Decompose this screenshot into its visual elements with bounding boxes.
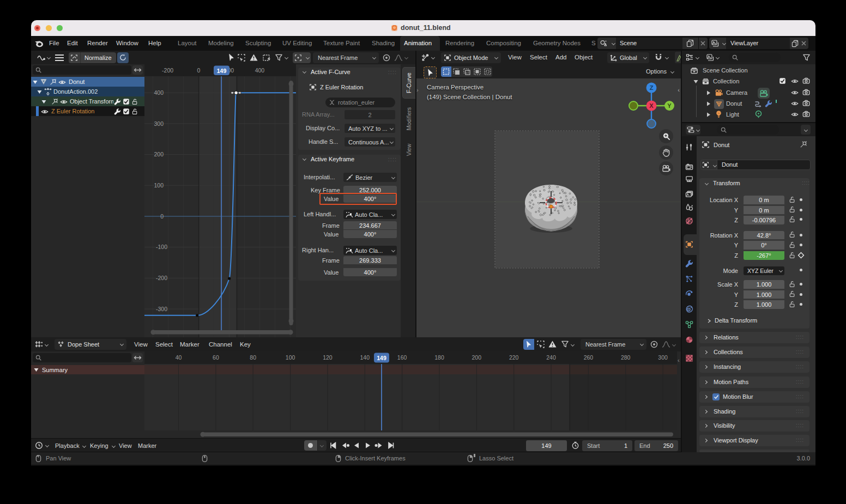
svg-text:120: 120 (323, 354, 333, 361)
svg-text:400: 400 (255, 67, 265, 74)
svg-text:-200: -200 (162, 67, 173, 74)
svg-text:400: 400 (154, 89, 164, 96)
svg-text:Z: Z (650, 84, 654, 91)
svg-text:200: 200 (154, 151, 164, 157)
svg-text:-300: -300 (156, 306, 167, 312)
svg-text:180: 180 (434, 354, 444, 361)
svg-text:280: 280 (621, 354, 631, 361)
svg-text:300: 300 (658, 354, 668, 361)
svg-text:0: 0 (160, 213, 164, 220)
svg-text:220: 220 (509, 354, 519, 361)
svg-text:300: 300 (154, 120, 164, 127)
svg-text:149: 149 (217, 68, 227, 74)
svg-text:149: 149 (377, 355, 386, 361)
svg-text:100: 100 (154, 182, 164, 189)
svg-text:140: 140 (360, 354, 370, 361)
svg-text:-200: -200 (156, 275, 167, 281)
svg-text:260: 260 (584, 354, 594, 361)
svg-text:-100: -100 (156, 244, 167, 250)
svg-text:40: 40 (176, 354, 182, 361)
svg-text:80: 80 (250, 354, 256, 361)
svg-text:Y: Y (667, 102, 672, 109)
svg-text:160: 160 (397, 354, 407, 361)
svg-text:240: 240 (546, 354, 556, 361)
svg-text:0: 0 (197, 67, 200, 74)
svg-text:100: 100 (286, 354, 295, 361)
svg-text:60: 60 (213, 354, 219, 361)
svg-text:200: 200 (472, 354, 482, 361)
svg-text:X: X (649, 102, 654, 109)
